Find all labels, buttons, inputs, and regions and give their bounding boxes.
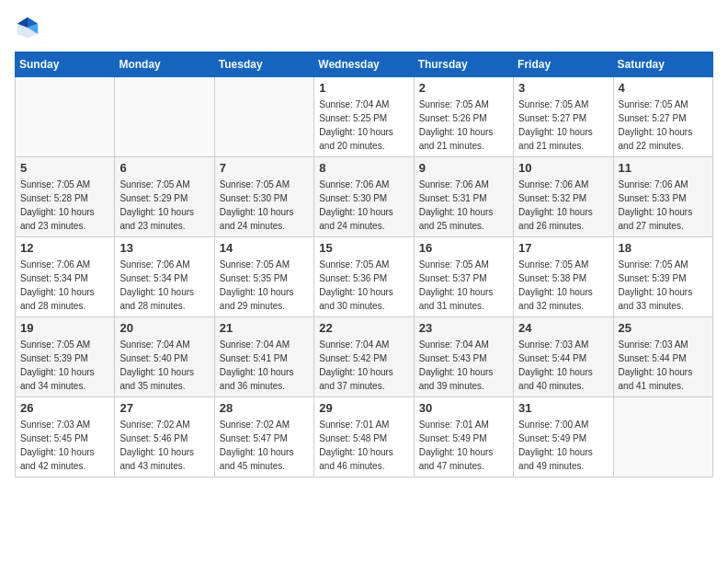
day-info: Sunrise: 7:05 AMSunset: 5:27 PMDaylight:… — [518, 98, 608, 153]
header-saturday: Saturday — [613, 52, 712, 77]
day-cell-25: 25 Sunrise: 7:03 AMSunset: 5:44 PMDaylig… — [613, 317, 712, 397]
day-info: Sunrise: 7:06 AMSunset: 5:30 PMDaylight:… — [319, 178, 408, 233]
day-number: 22 — [319, 321, 408, 335]
day-info: Sunrise: 7:05 AMSunset: 5:30 PMDaylight:… — [220, 178, 309, 233]
day-cell-18: 18 Sunrise: 7:05 AMSunset: 5:39 PMDaylig… — [613, 237, 712, 317]
day-number: 3 — [518, 81, 608, 95]
day-number: 10 — [518, 161, 608, 175]
day-info: Sunrise: 7:05 AMSunset: 5:39 PMDaylight:… — [619, 258, 708, 313]
day-number: 1 — [319, 81, 408, 95]
day-cell-1: 1 Sunrise: 7:04 AMSunset: 5:25 PMDayligh… — [314, 77, 414, 157]
page-header — [15, 15, 713, 40]
day-cell-3: 3 Sunrise: 7:05 AMSunset: 5:27 PMDayligh… — [514, 77, 613, 157]
day-cell-31: 31 Sunrise: 7:00 AMSunset: 5:49 PMDaylig… — [514, 397, 613, 477]
day-info: Sunrise: 7:03 AMSunset: 5:44 PMDaylight:… — [518, 338, 608, 393]
day-number: 15 — [319, 241, 408, 255]
day-number: 6 — [119, 161, 209, 175]
day-number: 12 — [20, 241, 109, 255]
day-cell-12: 12 Sunrise: 7:06 AMSunset: 5:34 PMDaylig… — [16, 237, 115, 317]
day-cell-29: 29 Sunrise: 7:01 AMSunset: 5:48 PMDaylig… — [314, 397, 414, 477]
day-number: 13 — [119, 241, 209, 255]
day-info: Sunrise: 7:05 AMSunset: 5:36 PMDaylight:… — [319, 258, 408, 313]
header-wednesday: Wednesday — [314, 52, 414, 77]
day-number: 4 — [619, 81, 708, 95]
day-cell-7: 7 Sunrise: 7:05 AMSunset: 5:30 PMDayligh… — [214, 157, 313, 237]
day-info: Sunrise: 7:04 AMSunset: 5:42 PMDaylight:… — [319, 338, 408, 393]
day-number: 24 — [518, 321, 608, 335]
week-row-2: 5 Sunrise: 7:05 AMSunset: 5:28 PMDayligh… — [16, 157, 713, 237]
day-cell-14: 14 Sunrise: 7:05 AMSunset: 5:35 PMDaylig… — [214, 237, 313, 317]
day-cell-30: 30 Sunrise: 7:01 AMSunset: 5:49 PMDaylig… — [414, 397, 513, 477]
day-cell-5: 5 Sunrise: 7:05 AMSunset: 5:28 PMDayligh… — [16, 157, 115, 237]
day-number: 21 — [220, 321, 309, 335]
day-cell-6: 6 Sunrise: 7:05 AMSunset: 5:29 PMDayligh… — [115, 157, 214, 237]
day-info: Sunrise: 7:03 AMSunset: 5:45 PMDaylight:… — [20, 418, 109, 473]
day-number: 30 — [419, 401, 508, 415]
logo — [15, 15, 44, 40]
day-number: 28 — [220, 401, 309, 415]
day-info: Sunrise: 7:05 AMSunset: 5:39 PMDaylight:… — [20, 338, 109, 393]
calendar-table: SundayMondayTuesdayWednesdayThursdayFrid… — [15, 52, 713, 477]
day-info: Sunrise: 7:06 AMSunset: 5:34 PMDaylight:… — [20, 258, 109, 313]
day-info: Sunrise: 7:02 AMSunset: 5:46 PMDaylight:… — [119, 418, 209, 473]
day-info: Sunrise: 7:02 AMSunset: 5:47 PMDaylight:… — [220, 418, 309, 473]
day-info: Sunrise: 7:04 AMSunset: 5:40 PMDaylight:… — [119, 338, 209, 393]
day-number: 23 — [419, 321, 508, 335]
header-friday: Friday — [514, 52, 613, 77]
day-info: Sunrise: 7:06 AMSunset: 5:31 PMDaylight:… — [419, 178, 508, 233]
day-info: Sunrise: 7:03 AMSunset: 5:44 PMDaylight:… — [619, 338, 708, 393]
day-cell-27: 27 Sunrise: 7:02 AMSunset: 5:46 PMDaylig… — [115, 397, 214, 477]
empty-cell — [16, 77, 115, 157]
empty-cell — [115, 77, 214, 157]
day-cell-28: 28 Sunrise: 7:02 AMSunset: 5:47 PMDaylig… — [214, 397, 313, 477]
day-number: 7 — [220, 161, 309, 175]
day-number: 25 — [619, 321, 708, 335]
day-info: Sunrise: 7:05 AMSunset: 5:27 PMDaylight:… — [619, 98, 708, 153]
week-row-4: 19 Sunrise: 7:05 AMSunset: 5:39 PMDaylig… — [16, 317, 713, 397]
day-number: 11 — [619, 161, 708, 175]
day-number: 26 — [20, 401, 109, 415]
day-number: 20 — [119, 321, 209, 335]
logo-icon — [15, 15, 40, 40]
day-number: 31 — [518, 401, 608, 415]
day-info: Sunrise: 7:04 AMSunset: 5:43 PMDaylight:… — [419, 338, 508, 393]
day-cell-10: 10 Sunrise: 7:06 AMSunset: 5:32 PMDaylig… — [514, 157, 613, 237]
header-sunday: Sunday — [16, 52, 115, 77]
day-cell-13: 13 Sunrise: 7:06 AMSunset: 5:34 PMDaylig… — [115, 237, 214, 317]
day-number: 17 — [518, 241, 608, 255]
day-info: Sunrise: 7:05 AMSunset: 5:38 PMDaylight:… — [518, 258, 608, 313]
empty-cell — [613, 397, 712, 477]
day-info: Sunrise: 7:01 AMSunset: 5:49 PMDaylight:… — [419, 418, 508, 473]
day-info: Sunrise: 7:05 AMSunset: 5:26 PMDaylight:… — [419, 98, 508, 153]
header-tuesday: Tuesday — [214, 52, 313, 77]
day-number: 8 — [319, 161, 408, 175]
day-number: 5 — [20, 161, 109, 175]
day-cell-23: 23 Sunrise: 7:04 AMSunset: 5:43 PMDaylig… — [414, 317, 513, 397]
day-number: 19 — [20, 321, 109, 335]
day-number: 16 — [419, 241, 508, 255]
week-row-1: 1 Sunrise: 7:04 AMSunset: 5:25 PMDayligh… — [16, 77, 713, 157]
header-monday: Monday — [115, 52, 214, 77]
day-number: 29 — [319, 401, 408, 415]
day-cell-4: 4 Sunrise: 7:05 AMSunset: 5:27 PMDayligh… — [613, 77, 712, 157]
day-cell-26: 26 Sunrise: 7:03 AMSunset: 5:45 PMDaylig… — [16, 397, 115, 477]
day-cell-9: 9 Sunrise: 7:06 AMSunset: 5:31 PMDayligh… — [414, 157, 513, 237]
day-info: Sunrise: 7:06 AMSunset: 5:33 PMDaylight:… — [619, 178, 708, 233]
day-number: 2 — [419, 81, 508, 95]
day-info: Sunrise: 7:04 AMSunset: 5:41 PMDaylight:… — [220, 338, 309, 393]
day-cell-19: 19 Sunrise: 7:05 AMSunset: 5:39 PMDaylig… — [16, 317, 115, 397]
day-info: Sunrise: 7:00 AMSunset: 5:49 PMDaylight:… — [518, 418, 608, 473]
empty-cell — [214, 77, 313, 157]
header-thursday: Thursday — [414, 52, 513, 77]
day-info: Sunrise: 7:05 AMSunset: 5:29 PMDaylight:… — [119, 178, 209, 233]
week-row-3: 12 Sunrise: 7:06 AMSunset: 5:34 PMDaylig… — [16, 237, 713, 317]
day-number: 14 — [220, 241, 309, 255]
day-cell-2: 2 Sunrise: 7:05 AMSunset: 5:26 PMDayligh… — [414, 77, 513, 157]
day-info: Sunrise: 7:04 AMSunset: 5:25 PMDaylight:… — [319, 98, 408, 153]
day-cell-11: 11 Sunrise: 7:06 AMSunset: 5:33 PMDaylig… — [613, 157, 712, 237]
day-number: 18 — [619, 241, 708, 255]
day-cell-8: 8 Sunrise: 7:06 AMSunset: 5:30 PMDayligh… — [314, 157, 414, 237]
day-info: Sunrise: 7:06 AMSunset: 5:34 PMDaylight:… — [119, 258, 209, 313]
day-cell-16: 16 Sunrise: 7:05 AMSunset: 5:37 PMDaylig… — [414, 237, 513, 317]
day-number: 27 — [119, 401, 209, 415]
